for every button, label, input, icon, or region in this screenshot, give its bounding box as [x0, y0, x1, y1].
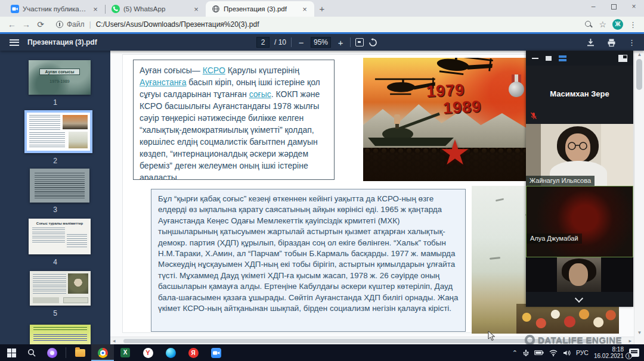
- distant-helicopter: [496, 198, 504, 202]
- participant-name: Жайнагул Ильясова: [526, 176, 595, 186]
- browser-menu-icon[interactable]: ⋮: [629, 20, 637, 29]
- window-controls: – ×: [583, 0, 644, 14]
- tab-zoom-meeting[interactable]: Участник публикации - Zoom ×: [5, 1, 105, 17]
- action-center-icon[interactable]: 1: [629, 348, 639, 357]
- fit-to-page-icon[interactable]: [355, 38, 364, 46]
- thumbnail-page-4[interactable]: Соғыс туралы мәліметтер: [29, 219, 91, 254]
- zoom-app-icon: [211, 348, 221, 358]
- thumb-text-block: [33, 334, 87, 343]
- pdf-more-menu-icon[interactable]: ⋮: [628, 38, 636, 47]
- mic-muted-icon: [530, 112, 537, 120]
- taskbar-edge[interactable]: [159, 344, 182, 361]
- thumb-title-block: [33, 327, 87, 331]
- link-war[interactable]: соғыс: [249, 89, 271, 99]
- page-number-input[interactable]: 2: [256, 37, 270, 48]
- participant-tile-4-video: [526, 257, 633, 292]
- medal-icon: [509, 74, 524, 101]
- zoom-value-input[interactable]: 95%: [311, 37, 331, 48]
- tray-date: 16.02.2021: [594, 353, 624, 359]
- slide-text-box-intro: Ауған соғысы— КСРО Қарулы күштерінің Ауғ…: [133, 60, 335, 180]
- tab-title: (5) WhatsApp: [123, 5, 188, 13]
- scroll-right-arrow[interactable]: ▸: [628, 338, 631, 344]
- page-total-label: / 10: [274, 38, 286, 46]
- distant-soldier: [490, 257, 500, 260]
- pdf-menu-icon[interactable]: [10, 39, 19, 46]
- thumbnail-slide-title: Соғыс туралы мәліметтер: [29, 222, 91, 225]
- windows-taskbar: X Y Я ⌃ РУС 8:18 16.02.2021 1: [0, 344, 644, 361]
- thumb-war-image: [63, 115, 88, 129]
- thumbnail-page-1[interactable]: Ауған соғысы 1979-1989: [29, 60, 91, 95]
- taskbar-file-explorer[interactable]: [69, 344, 91, 361]
- toolbar-divider: [350, 38, 351, 47]
- gallery-view-icon[interactable]: [559, 55, 566, 61]
- pdf-thumbnail-sidebar: Ауған соғысы 1979-1989 1 2 3 Соғыс турал…: [0, 51, 110, 344]
- zoom-panel-header: [526, 51, 633, 66]
- thumbnail-page-3[interactable]: [30, 169, 89, 203]
- taskbar-search-button[interactable]: [23, 344, 41, 361]
- forward-button[interactable]: →: [19, 20, 33, 29]
- taskbar-chrome-active[interactable]: [91, 344, 114, 361]
- thumbnail-page-5[interactable]: [30, 271, 91, 306]
- scroll-down-arrow[interactable]: ▼: [634, 330, 644, 335]
- vertical-scrollbar[interactable]: ▲ ▼: [634, 51, 644, 344]
- thumb-text-block: [35, 173, 85, 199]
- zoom-maximize-icon[interactable]: [546, 56, 552, 61]
- tab-close-icon[interactable]: ×: [91, 5, 100, 14]
- slide-text: Қарулы күштерінің: [225, 66, 299, 75]
- scroll-left-arrow[interactable]: ◂: [113, 338, 116, 344]
- slide-text: Ауған соғысы—: [140, 66, 203, 75]
- exit-fullscreen-icon[interactable]: [618, 55, 627, 62]
- thumbnail-page-2-content: [27, 113, 90, 151]
- speaker-icon[interactable]: [563, 350, 571, 356]
- back-button[interactable]: ←: [5, 20, 19, 29]
- download-icon[interactable]: [586, 38, 595, 47]
- language-indicator[interactable]: РУС: [576, 349, 589, 356]
- tray-expand-chevron-icon[interactable]: ⌃: [512, 349, 518, 357]
- print-icon[interactable]: [607, 38, 616, 47]
- excel-icon: X: [120, 348, 130, 357]
- vertical-scroll-thumb[interactable]: [636, 59, 642, 90]
- thumbnail-page-6[interactable]: [30, 325, 91, 344]
- taskbar-zoom-app[interactable]: [205, 344, 227, 361]
- battery-icon[interactable]: [534, 350, 544, 356]
- address-bar[interactable]: Файл | C:/Users/Asus/Downloads/Презентац…: [56, 20, 585, 29]
- reload-button[interactable]: ⟳: [33, 20, 48, 29]
- afghan-war-collage-image: 1979 1989 ★: [363, 58, 527, 181]
- zoom-level-icon[interactable]: [585, 21, 593, 29]
- link-ksro[interactable]: КСРО: [203, 66, 225, 75]
- thumbnail-page-2-selected[interactable]: [24, 110, 92, 153]
- rotate-icon[interactable]: [369, 38, 377, 47]
- link-afghanistan[interactable]: Ауғанстанға: [140, 77, 186, 87]
- window-maximize-button[interactable]: [603, 0, 624, 14]
- new-tab-button[interactable]: +: [314, 1, 330, 17]
- red-star-icon: ★: [439, 135, 470, 170]
- pdf-toolbar: Презентация (3).pdf 2 / 10 − 95% + ⋮: [0, 34, 644, 51]
- taskbar-yandex-app[interactable]: Я: [182, 344, 205, 361]
- usb-icon[interactable]: [523, 349, 529, 357]
- scroll-up-arrow[interactable]: ▲: [634, 52, 644, 57]
- taskbar-yandex-browser[interactable]: Y: [137, 344, 159, 361]
- tab-close-icon[interactable]: ×: [191, 5, 201, 14]
- wifi-icon[interactable]: [549, 350, 558, 356]
- window-minimize-button[interactable]: –: [583, 0, 603, 14]
- tab-presentation-pdf[interactable]: Презентация (3).pdf ×: [206, 1, 314, 17]
- taskbar-excel[interactable]: X: [114, 344, 137, 361]
- tab-whatsapp[interactable]: (5) WhatsApp ×: [106, 1, 206, 17]
- horizontal-scroll-thumb[interactable]: [123, 339, 595, 343]
- page-info-icon[interactable]: [56, 21, 63, 28]
- taskbar-assistant-app[interactable]: [41, 344, 63, 361]
- zoom-in-button[interactable]: +: [336, 38, 345, 48]
- chevron-down-icon[interactable]: [575, 294, 583, 303]
- window-close-button[interactable]: ×: [624, 0, 644, 14]
- zoom-minimize-icon[interactable]: [532, 58, 538, 59]
- clock[interactable]: 8:18 16.02.2021: [594, 346, 624, 359]
- datalife-watermark: DATALIFE ENGINE: [525, 335, 622, 345]
- start-button[interactable]: [0, 344, 23, 361]
- zoom-out-button[interactable]: −: [296, 38, 306, 48]
- pdf-document-title: Презентация (3).pdf: [27, 38, 97, 46]
- bookmark-star-icon[interactable]: ☆: [599, 20, 606, 29]
- slide-text: . КОКП және КСРО басшылығы Ауғанстандағы…: [140, 89, 320, 180]
- tab-close-icon[interactable]: ×: [300, 5, 309, 14]
- profile-avatar[interactable]: Ж: [612, 19, 623, 30]
- chrome-icon: [98, 348, 108, 358]
